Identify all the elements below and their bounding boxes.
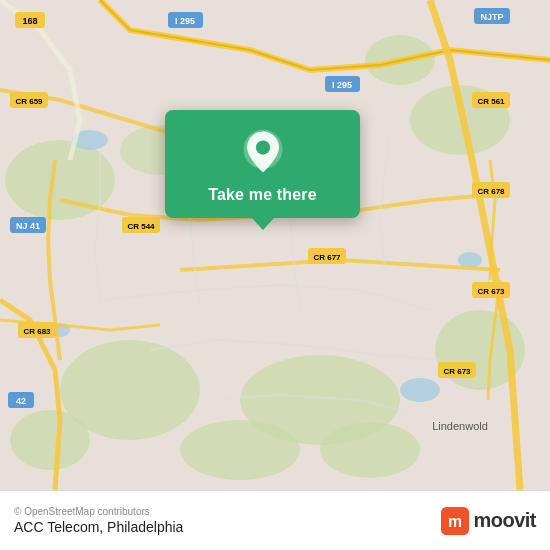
svg-text:CR 677: CR 677 bbox=[313, 253, 341, 262]
svg-text:42: 42 bbox=[16, 396, 26, 406]
svg-text:NJ 41: NJ 41 bbox=[16, 221, 40, 231]
svg-text:168: 168 bbox=[22, 16, 37, 26]
moovit-logo: m moovit bbox=[441, 507, 536, 535]
svg-text:m: m bbox=[448, 513, 462, 530]
svg-text:NJTP: NJTP bbox=[480, 12, 503, 22]
svg-point-6 bbox=[180, 420, 300, 480]
moovit-logo-icon: m bbox=[441, 507, 469, 535]
svg-text:CR 659: CR 659 bbox=[15, 97, 43, 106]
bottom-info: © OpenStreetMap contributors ACC Telecom… bbox=[14, 506, 183, 535]
svg-text:CR 673: CR 673 bbox=[477, 287, 505, 296]
svg-text:I 295: I 295 bbox=[332, 80, 352, 90]
svg-text:CR 683: CR 683 bbox=[23, 327, 51, 336]
map-background: 168 I 295 NJTP CR 659 I 295 CR 561 NJ 41… bbox=[0, 0, 550, 490]
svg-text:CR 678: CR 678 bbox=[477, 187, 505, 196]
location-name: ACC Telecom, Philadelphia bbox=[14, 519, 183, 535]
location-pin-icon bbox=[239, 128, 287, 176]
take-me-there-popup[interactable]: Take me there bbox=[165, 110, 360, 218]
svg-point-47 bbox=[255, 140, 269, 154]
svg-point-7 bbox=[10, 410, 90, 470]
map-container: 168 I 295 NJTP CR 659 I 295 CR 561 NJ 41… bbox=[0, 0, 550, 490]
svg-text:CR 673: CR 673 bbox=[443, 367, 471, 376]
svg-point-14 bbox=[400, 378, 440, 402]
map-attribution: © OpenStreetMap contributors bbox=[14, 506, 183, 517]
moovit-text: moovit bbox=[473, 509, 536, 532]
bottom-bar: © OpenStreetMap contributors ACC Telecom… bbox=[0, 490, 550, 550]
svg-text:I 295: I 295 bbox=[175, 16, 195, 26]
take-me-there-label: Take me there bbox=[208, 186, 317, 204]
svg-text:Lindenwold: Lindenwold bbox=[432, 420, 488, 432]
svg-text:CR 561: CR 561 bbox=[477, 97, 505, 106]
svg-point-9 bbox=[320, 422, 420, 478]
svg-text:CR 544: CR 544 bbox=[127, 222, 155, 231]
